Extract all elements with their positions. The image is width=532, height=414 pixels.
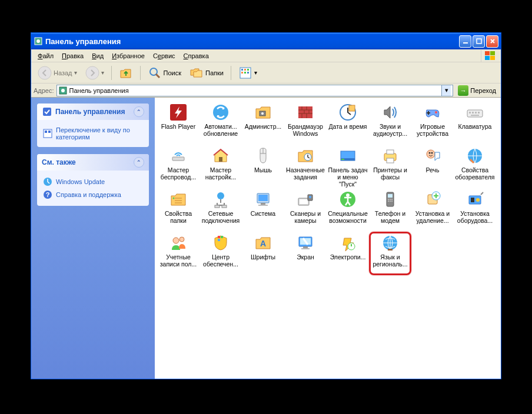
window-icon	[34, 36, 43, 46]
panel-body: Переключение к виду по категориям	[37, 120, 149, 147]
cpl-item-sounds[interactable]: Звуки и аудиоустр...	[369, 101, 411, 145]
item-label: Свойства обозревателя	[455, 166, 495, 181]
svg-rect-79	[471, 198, 474, 202]
cpl-item-user-accounts[interactable]: Учетные записи пол...	[157, 232, 200, 275]
addremove-icon	[423, 190, 442, 209]
menu-favorites[interactable]: Избранное	[108, 51, 149, 61]
collapse-icon[interactable]: ⌃	[134, 106, 144, 117]
cpl-item-flash-player[interactable]: Flash Player	[157, 101, 200, 145]
menu-help[interactable]: Справка	[179, 51, 213, 61]
up-folder-icon	[119, 66, 133, 80]
cpl-item-scanners[interactable]: Сканеры и камеры	[284, 188, 327, 232]
go-button[interactable]: → Переход	[455, 85, 498, 96]
up-button[interactable]	[116, 64, 136, 82]
cpl-item-add-remove[interactable]: Установка и удаление...	[411, 188, 454, 232]
toolbar-separator	[231, 66, 231, 80]
item-label: Сетевые подключения	[201, 210, 241, 224]
window-title: Панель управления	[45, 37, 459, 46]
svg-point-34	[435, 111, 437, 113]
cpl-item-keyboard[interactable]: Клавиатура	[454, 101, 496, 145]
svg-point-80	[476, 198, 480, 202]
cpl-item-network[interactable]: Сетевые подключения	[200, 188, 242, 232]
svg-rect-22	[45, 131, 47, 133]
svg-rect-61	[258, 205, 268, 206]
svg-point-52	[431, 152, 433, 154]
panel-control-panel: Панель управления ⌃ Переключение к виду …	[37, 103, 149, 147]
cpl-item-display[interactable]: Экран	[284, 232, 327, 275]
switch-view-link[interactable]: Переключение к виду по категориям	[43, 125, 143, 142]
menu-edit[interactable]: Правка	[58, 51, 88, 61]
windows-update-link[interactable]: Windows Update	[43, 175, 143, 188]
help-icon: ?	[43, 190, 52, 199]
cpl-item-firewall[interactable]: Брандмауэр Windows	[284, 101, 327, 145]
panel-header[interactable]: См. также ⌃	[37, 154, 149, 171]
cpl-item-auto-update[interactable]: Автомати... обновление	[200, 101, 242, 145]
cpl-item-regional[interactable]: Язык и региональ...	[369, 232, 411, 275]
cpl-item-setup-wizard[interactable]: Мастер настройк...	[200, 145, 242, 188]
titlebar[interactable]: Панель управления	[31, 33, 501, 49]
scanner-icon	[296, 190, 315, 209]
cpl-item-security-center[interactable]: Центр обеспечен...	[200, 232, 242, 275]
folders-button[interactable]: Папки	[187, 64, 227, 82]
sounds-icon	[381, 103, 400, 122]
collapse-icon[interactable]: ⌃	[134, 157, 144, 168]
help-support-link[interactable]: ? Справка и поддержка	[43, 188, 143, 201]
menu-file[interactable]: Файл	[34, 51, 58, 61]
link-label: Переключение к виду по категориям	[56, 126, 143, 141]
svg-rect-48	[387, 150, 394, 154]
item-label: Специальные возможности	[328, 210, 368, 224]
panel-see-also: См. также ⌃ Windows Update ? Справка и п…	[37, 154, 149, 206]
svg-rect-60	[261, 203, 265, 205]
cpl-item-wireless[interactable]: Мастер беспровод...	[157, 145, 200, 188]
back-icon	[38, 66, 52, 80]
cpl-item-folder-options[interactable]: Свойства папки	[157, 188, 200, 232]
cpl-item-accessibility[interactable]: Специальные возможности	[327, 188, 369, 232]
menu-tools[interactable]: Сервис	[149, 51, 179, 61]
cpl-item-system[interactable]: Система	[242, 188, 284, 232]
svg-rect-23	[48, 131, 51, 133]
maximize-button[interactable]	[473, 35, 485, 48]
cpl-item-date-time[interactable]: Дата и время	[327, 101, 369, 145]
cpl-item-speech[interactable]: Речь	[411, 145, 454, 188]
cpl-item-scheduled-tasks[interactable]: Назначенные задания	[284, 145, 327, 188]
cpl-item-fonts[interactable]: AШрифты	[242, 232, 284, 275]
svg-rect-41	[172, 157, 184, 161]
menu-view[interactable]: Вид	[88, 51, 108, 61]
cpl-item-internet-options[interactable]: Свойства обозревателя	[454, 145, 496, 188]
svg-rect-42	[219, 157, 222, 162]
address-dropdown-icon[interactable]: ▾	[441, 85, 451, 96]
link-label: Справка и поддержка	[56, 191, 121, 198]
address-label: Адрес:	[34, 87, 54, 94]
item-label: Свойства папки	[158, 210, 198, 224]
svg-rect-16	[244, 72, 246, 74]
back-dropdown-icon: ▾	[74, 69, 77, 76]
views-button[interactable]: ▾	[235, 64, 260, 82]
cpl-item-admin[interactable]: Администр...	[242, 101, 284, 145]
cpl-item-hardware[interactable]: Установка оборудова...	[454, 188, 496, 232]
cpl-item-power[interactable]: Электропи...	[327, 232, 369, 275]
svg-rect-37	[472, 112, 474, 113]
item-label: Речь	[426, 166, 440, 173]
svg-point-55	[217, 192, 224, 199]
item-label: Игровые устройства	[413, 123, 453, 137]
folders-icon	[189, 66, 204, 80]
svg-rect-91	[301, 248, 310, 249]
cpl-item-printers[interactable]: Принтеры и факсы	[369, 145, 411, 188]
cpl-item-phone-modem[interactable]: Телефон и модем	[369, 188, 411, 232]
cpl-item-game-controllers[interactable]: Игровые устройства	[411, 101, 454, 145]
forward-button: ▾	[82, 64, 107, 82]
cpl-item-mouse[interactable]: Мышь	[242, 145, 284, 188]
panel-header[interactable]: Панель управления ⌃	[37, 103, 149, 120]
minimize-button[interactable]	[459, 35, 471, 48]
svg-rect-36	[469, 112, 471, 113]
svg-point-54	[173, 198, 175, 199]
svg-rect-71	[390, 199, 391, 200]
item-label: Телефон и модем	[370, 210, 410, 224]
svg-rect-3	[477, 39, 481, 44]
windows-update-icon	[43, 177, 52, 186]
windows-flag-icon	[481, 50, 498, 62]
search-button[interactable]: Поиск	[145, 64, 184, 82]
cpl-item-taskbar[interactable]: Панель задач и меню "Пуск"	[327, 145, 369, 188]
address-field[interactable]: Панель управления ▾	[56, 85, 454, 96]
close-button[interactable]	[486, 35, 498, 48]
